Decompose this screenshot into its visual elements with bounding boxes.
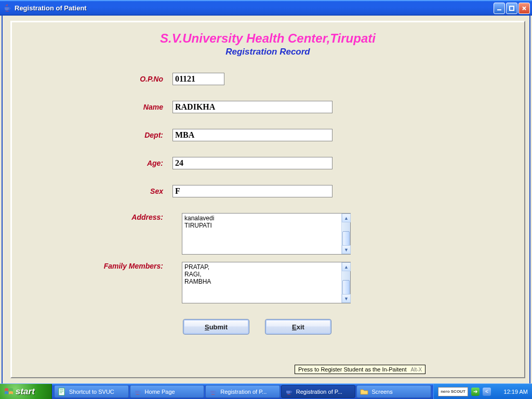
start-button[interactable]: start [0,384,52,399]
system-tray: nero SCOUT ➔ < 12:19 AM [433,384,532,399]
opno-field[interactable] [172,73,224,85]
window-title: Registration of Patient [15,4,494,12]
java-icon [134,388,142,396]
nero-scout-badge[interactable]: nero SCOUT [438,387,468,396]
exit-button[interactable]: Exit [265,319,331,335]
task-item-reg1[interactable]: Registration of P... [205,385,280,398]
tooltip-shortcut: Alt-X [411,367,422,373]
task-item-screens[interactable]: Screens [356,385,431,398]
window-client: S.V.University Health Center,Tirupati Re… [2,16,530,383]
family-field[interactable] [182,262,341,303]
family-scrollbar[interactable]: ▲ ▼ [341,262,350,303]
age-field[interactable] [172,157,332,169]
task-item-home[interactable]: Home Page [130,385,205,398]
windows-logo-icon [4,388,14,396]
close-button[interactable] [518,3,530,14]
page-subtitle: Registration Record [11,47,524,57]
tray-chevron-icon[interactable]: < [483,388,491,396]
tray-arrow-icon[interactable]: ➔ [471,388,480,396]
tray-clock: 12:19 AM [504,389,528,395]
form-panel: S.V.University Health Center,Tirupati Re… [10,21,525,378]
dept-field[interactable] [172,129,332,141]
submit-button[interactable]: Submit [183,319,249,335]
org-title: S.V.University Health Center,Tirupati [11,31,524,46]
java-icon [285,388,293,396]
scroll-up-icon[interactable]: ▲ [342,214,351,222]
shortcut-icon [58,388,66,396]
family-wrap: ▲ ▼ [182,262,351,303]
address-scrollbar[interactable]: ▲ ▼ [341,214,350,254]
taskbar-items: Shortcut to SVUC Home Page Registration … [52,384,433,399]
address-field[interactable] [182,214,341,254]
task-item-shortcut[interactable]: Shortcut to SVUC [54,385,129,398]
task-label: Home Page [145,389,175,395]
maximize-button[interactable] [506,3,517,14]
task-label: Screens [371,389,392,395]
address-label: Address: [11,213,172,221]
svg-rect-1 [510,6,514,10]
name-label: Name [11,103,172,111]
svg-rect-2 [59,388,64,395]
scroll-down-icon[interactable]: ▼ [342,294,351,303]
taskbar: start Shortcut to SVUC Home Page Registr… [0,383,532,399]
exit-tooltip: Press to Register Student as the In-Pait… [295,365,425,374]
svg-rect-0 [497,9,501,10]
java-icon [209,388,217,396]
task-label: Registration of P... [296,389,342,395]
minimize-button[interactable] [494,3,505,14]
dept-label: Dept: [11,131,172,139]
sex-label: Sex [11,187,172,195]
scroll-up-icon[interactable]: ▲ [342,262,351,271]
registration-form: O.P.No Name Dept: Age: Sex Address: [11,73,524,335]
java-icon [3,4,11,12]
opno-label: O.P.No [11,75,172,83]
name-field[interactable] [172,101,332,113]
folder-icon [360,388,368,396]
window-titlebar: Registration of Patient [0,0,532,16]
tooltip-text: Press to Register Student as the In-Pait… [298,366,407,373]
heading: S.V.University Health Center,Tirupati Re… [11,31,524,57]
task-item-reg2[interactable]: Registration of P... [281,385,356,398]
family-label: Family Members: [11,262,172,270]
sex-field[interactable] [172,185,332,197]
scroll-thumb[interactable] [342,231,350,246]
address-wrap: ▲ ▼ [182,213,351,255]
age-label: Age: [11,159,172,167]
scroll-down-icon[interactable]: ▼ [342,245,351,254]
task-label: Shortcut to SVUC [69,389,114,395]
start-label: start [16,387,35,397]
scroll-thumb[interactable] [342,280,350,295]
task-label: Registration of P... [220,389,267,395]
